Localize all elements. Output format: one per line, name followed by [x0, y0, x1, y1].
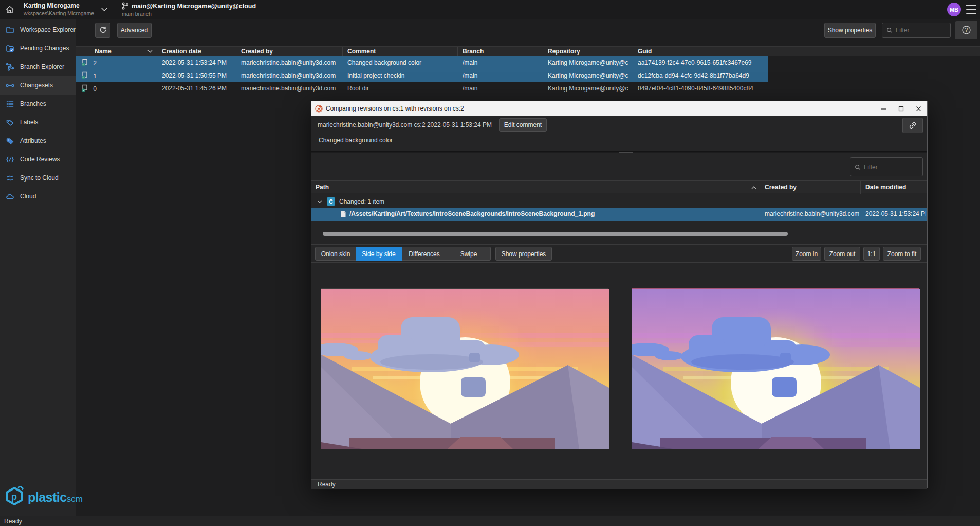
column-header-path[interactable]: Path [316, 181, 329, 194]
column-header-creation-date[interactable]: Creation date [162, 47, 201, 57]
sort-chevron-up-icon[interactable] [751, 186, 757, 190]
close-button[interactable] [910, 101, 927, 116]
sidebar-item-label: Workspace Explorer [20, 26, 76, 33]
branch-tree-icon [6, 63, 14, 71]
sidebar-item-branch-explorer[interactable]: Branch Explorer [0, 58, 76, 76]
branch-title: main@Karting Microgame@unity@cloud [132, 3, 256, 10]
status-text: Ready [4, 518, 22, 525]
sidebar-item-cloud[interactable]: Cloud [0, 187, 76, 206]
sidebar-item-label: Changesets [20, 82, 53, 89]
diff-toolbar: Onion skin Side by side Differences Swip… [311, 244, 927, 263]
column-header-date-modified[interactable]: Date modified [865, 181, 906, 194]
minimize-button[interactable] [875, 101, 892, 116]
tag-outline-icon [6, 118, 14, 127]
guid: dc12fcba-dd94-4cfc-9d42-8b1f77ba64d9 [638, 72, 766, 79]
advanced-button[interactable]: Advanced [117, 23, 152, 38]
changed-group-row[interactable]: C Changed: 1 item [311, 196, 927, 207]
sidebar-item-pending-changes[interactable]: Pending Changes [0, 39, 76, 58]
column-header-created-by[interactable]: Created by [241, 47, 273, 57]
help-button[interactable]: ? [955, 21, 977, 39]
user-avatar[interactable]: MB [947, 3, 961, 16]
column-header-created-by[interactable]: Created by [765, 181, 797, 194]
branch: /main [463, 59, 537, 66]
tree-chevron-down-icon[interactable] [317, 199, 323, 204]
refresh-button[interactable] [95, 23, 110, 38]
column-header-name[interactable]: Name [95, 47, 112, 57]
tab-differences[interactable]: Differences [402, 247, 447, 261]
workspace-selector[interactable]: Karting Microgame wkspaces\Karting Micro… [24, 2, 94, 16]
logo-text-plastic: plastic [28, 490, 67, 504]
top-bar: Karting Microgame wkspaces\Karting Micro… [0, 0, 980, 19]
sidebar-item-label: Sync to Cloud [20, 174, 59, 182]
plastic-app-icon [315, 105, 323, 113]
created-by: mariechristine.babin@unity3d.com [241, 72, 338, 79]
changeset-row[interactable]: 2 2022-05-31 1:53:24 PM mariechristine.b… [76, 56, 768, 69]
guid: aa174139-f2c4-47e0-9615-651fc3467e69 [638, 59, 766, 66]
dialog-filter-input[interactable] [864, 164, 918, 171]
show-properties-button[interactable]: Show properties [824, 23, 876, 38]
edit-comment-button[interactable]: Edit comment [499, 118, 547, 132]
changeset-number: 1 [93, 72, 97, 80]
sidebar-item-label: Labels [20, 119, 38, 126]
horizontal-scrollbar[interactable] [323, 232, 788, 236]
sidebar-item-code-reviews[interactable]: Code Reviews [0, 150, 76, 169]
dialog-title: Comparing revisions on cs:1 with revisio… [326, 105, 464, 112]
tab-swipe[interactable]: Swipe [447, 247, 491, 261]
dialog-titlebar[interactable]: Comparing revisions on cs:1 with revisio… [311, 101, 927, 116]
zoom-one-to-one-button[interactable]: 1:1 [863, 247, 880, 261]
code-review-icon [6, 155, 14, 164]
sidebar: Workspace Explorer Pending Changes Branc… [0, 19, 76, 516]
changeset-icon [81, 84, 88, 92]
repository: Karting Microgame@unity@c [548, 72, 629, 79]
status-bar: Ready [0, 516, 980, 526]
column-header-guid[interactable]: Guid [638, 47, 652, 57]
filter-input-container [882, 23, 951, 38]
logo-text-scm: scm [67, 494, 83, 504]
sort-chevron-down-icon[interactable] [147, 49, 153, 53]
workspace-chevron-down-icon[interactable] [101, 6, 108, 13]
copy-link-button[interactable] [902, 118, 923, 133]
changeset-icon [81, 59, 88, 66]
home-button[interactable] [0, 0, 19, 19]
sidebar-item-branches[interactable]: Branches [0, 95, 76, 113]
help-icon: ? [961, 25, 971, 35]
plasticscm-logo-icon: p [4, 485, 26, 510]
repository: Karting Microgame@unity@c [548, 59, 629, 66]
column-header-comment[interactable]: Comment [347, 47, 376, 57]
zoom-to-fit-button[interactable]: Zoom to fit [883, 247, 921, 261]
tab-side-by-side[interactable]: Side by side [356, 247, 402, 261]
maximize-button[interactable] [892, 101, 910, 116]
repository: Karting Microgame@unity@c [548, 85, 629, 92]
sidebar-item-label: Branches [20, 100, 46, 107]
column-header-repository[interactable]: Repository [548, 47, 580, 57]
sidebar-item-sync-to-cloud[interactable]: Sync to Cloud [0, 169, 76, 187]
show-properties-button-dialog[interactable]: Show properties [495, 247, 552, 261]
sidebar-item-changesets[interactable]: Changesets [0, 76, 76, 95]
zoom-out-button[interactable]: Zoom out [824, 247, 860, 261]
menu-icon[interactable] [966, 5, 976, 14]
branch-selector[interactable]: main@Karting Microgame@unity@cloud main … [122, 2, 256, 17]
branch: /main [463, 85, 537, 92]
guid: 0497ef04-4c81-4090-8458-649885400c84 [638, 85, 766, 92]
changeset-row[interactable]: 0 2022-05-31 1:45:26 PM mariechristine.b… [76, 82, 768, 95]
splitter-handle[interactable] [311, 151, 927, 153]
creation-date: 2022-05-31 1:45:26 PM [162, 85, 236, 92]
comment: Initial project checkin [347, 72, 453, 79]
diff-image-right [632, 288, 919, 449]
zoom-in-button[interactable]: Zoom in [792, 247, 821, 261]
creation-date: 2022-05-31 1:53:24 PM [162, 59, 236, 66]
folder-icon [6, 26, 14, 34]
workspace-title: Karting Microgame [24, 2, 94, 9]
changed-file-row[interactable]: /Assets/Karting/Art/Textures/IntroSceneB… [311, 208, 927, 221]
compare-revisions-dialog: Comparing revisions on cs:1 with revisio… [311, 101, 928, 488]
changeset-row[interactable]: 1 2022-05-31 1:50:55 PM mariechristine.b… [76, 69, 768, 82]
sidebar-item-attributes[interactable]: Attributes [0, 132, 76, 150]
svg-text:p: p [11, 492, 17, 502]
pane-divider[interactable] [620, 263, 620, 479]
sidebar-item-labels[interactable]: Labels [0, 113, 76, 132]
sidebar-item-workspace-explorer[interactable]: Workspace Explorer [0, 21, 76, 39]
column-header-branch[interactable]: Branch [463, 47, 484, 57]
tab-onion-skin[interactable]: Onion skin [315, 247, 356, 261]
tag-filled-icon [6, 137, 14, 146]
filter-input[interactable] [896, 27, 946, 34]
